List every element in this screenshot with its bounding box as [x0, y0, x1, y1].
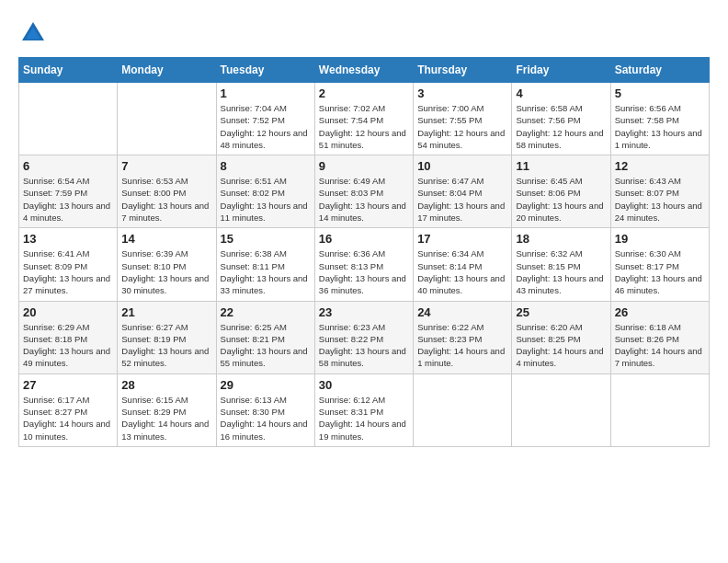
logo [18, 18, 51, 48]
day-info: Sunrise: 7:04 AM Sunset: 7:52 PM Dayligh… [221, 102, 311, 151]
day-number: 24 [417, 305, 507, 319]
day-cell: 29Sunrise: 6:13 AM Sunset: 8:30 PM Dayli… [216, 373, 314, 446]
day-number: 6 [23, 159, 113, 173]
day-cell: 7Sunrise: 6:53 AM Sunset: 8:00 PM Daylig… [118, 155, 216, 228]
day-number: 3 [417, 86, 507, 100]
day-number: 15 [221, 232, 311, 246]
week-row-5: 27Sunrise: 6:17 AM Sunset: 8:27 PM Dayli… [19, 373, 710, 446]
day-info: Sunrise: 6:25 AM Sunset: 8:21 PM Dayligh… [221, 321, 311, 370]
week-row-4: 20Sunrise: 6:29 AM Sunset: 8:18 PM Dayli… [19, 301, 710, 373]
day-number: 1 [221, 86, 311, 100]
day-cell [512, 373, 610, 446]
day-info: Sunrise: 6:53 AM Sunset: 8:00 PM Dayligh… [121, 175, 211, 224]
day-info: Sunrise: 6:56 AM Sunset: 7:58 PM Dayligh… [615, 102, 705, 151]
weekday-header-wednesday: Wednesday [314, 58, 413, 83]
day-info: Sunrise: 7:02 AM Sunset: 7:54 PM Dayligh… [319, 102, 409, 151]
day-number: 7 [121, 159, 211, 173]
day-number: 11 [516, 159, 606, 173]
day-cell: 11Sunrise: 6:45 AM Sunset: 8:06 PM Dayli… [512, 155, 610, 228]
day-number: 27 [23, 378, 113, 392]
day-cell: 10Sunrise: 6:47 AM Sunset: 8:04 PM Dayli… [414, 155, 512, 228]
day-cell: 13Sunrise: 6:41 AM Sunset: 8:09 PM Dayli… [19, 228, 118, 301]
day-cell: 19Sunrise: 6:30 AM Sunset: 8:17 PM Dayli… [610, 228, 709, 301]
day-number: 23 [319, 305, 409, 319]
day-info: Sunrise: 6:43 AM Sunset: 8:07 PM Dayligh… [615, 175, 705, 224]
day-cell: 2Sunrise: 7:02 AM Sunset: 7:54 PM Daylig… [314, 83, 413, 155]
day-info: Sunrise: 6:51 AM Sunset: 8:02 PM Dayligh… [221, 175, 311, 224]
day-cell: 8Sunrise: 6:51 AM Sunset: 8:02 PM Daylig… [216, 155, 314, 228]
week-row-2: 6Sunrise: 6:54 AM Sunset: 7:59 PM Daylig… [19, 155, 710, 228]
day-cell: 1Sunrise: 7:04 AM Sunset: 7:52 PM Daylig… [216, 83, 314, 155]
day-info: Sunrise: 6:32 AM Sunset: 8:15 PM Dayligh… [516, 247, 606, 296]
day-number: 20 [23, 305, 113, 319]
day-number: 5 [615, 86, 705, 100]
day-info: Sunrise: 6:58 AM Sunset: 7:56 PM Dayligh… [516, 102, 606, 151]
day-number: 30 [319, 378, 409, 392]
day-info: Sunrise: 6:39 AM Sunset: 8:10 PM Dayligh… [121, 247, 211, 296]
day-number: 10 [417, 159, 507, 173]
day-cell: 14Sunrise: 6:39 AM Sunset: 8:10 PM Dayli… [118, 228, 216, 301]
day-number: 26 [615, 305, 705, 319]
day-info: Sunrise: 6:17 AM Sunset: 8:27 PM Dayligh… [23, 394, 113, 442]
day-number: 8 [221, 159, 311, 173]
weekday-header-saturday: Saturday [610, 58, 709, 83]
weekday-header-monday: Monday [118, 58, 216, 83]
day-number: 22 [221, 305, 311, 319]
day-cell: 9Sunrise: 6:49 AM Sunset: 8:03 PM Daylig… [314, 155, 413, 228]
day-cell: 21Sunrise: 6:27 AM Sunset: 8:19 PM Dayli… [118, 301, 216, 373]
day-info: Sunrise: 6:36 AM Sunset: 8:13 PM Dayligh… [319, 247, 409, 296]
day-number: 2 [319, 86, 409, 100]
day-info: Sunrise: 6:38 AM Sunset: 8:11 PM Dayligh… [221, 247, 311, 296]
day-cell: 30Sunrise: 6:12 AM Sunset: 8:31 PM Dayli… [314, 373, 413, 446]
day-number: 12 [615, 159, 705, 173]
day-cell: 6Sunrise: 6:54 AM Sunset: 7:59 PM Daylig… [19, 155, 118, 228]
weekday-header-friday: Friday [512, 58, 610, 83]
weekday-header-row: SundayMondayTuesdayWednesdayThursdayFrid… [19, 58, 710, 83]
day-cell: 16Sunrise: 6:36 AM Sunset: 8:13 PM Dayli… [314, 228, 413, 301]
day-cell: 25Sunrise: 6:20 AM Sunset: 8:25 PM Dayli… [512, 301, 610, 373]
day-cell: 17Sunrise: 6:34 AM Sunset: 8:14 PM Dayli… [414, 228, 512, 301]
day-number: 25 [516, 305, 606, 319]
day-info: Sunrise: 6:47 AM Sunset: 8:04 PM Dayligh… [417, 175, 507, 224]
week-row-3: 13Sunrise: 6:41 AM Sunset: 8:09 PM Dayli… [19, 228, 710, 301]
week-row-1: 1Sunrise: 7:04 AM Sunset: 7:52 PM Daylig… [19, 83, 710, 155]
day-info: Sunrise: 6:45 AM Sunset: 8:06 PM Dayligh… [516, 175, 606, 224]
day-cell: 4Sunrise: 6:58 AM Sunset: 7:56 PM Daylig… [512, 83, 610, 155]
day-info: Sunrise: 7:00 AM Sunset: 7:55 PM Dayligh… [417, 102, 507, 151]
day-number: 29 [221, 378, 311, 392]
day-number: 9 [319, 159, 409, 173]
day-info: Sunrise: 6:18 AM Sunset: 8:26 PM Dayligh… [615, 321, 705, 370]
day-cell: 15Sunrise: 6:38 AM Sunset: 8:11 PM Dayli… [216, 228, 314, 301]
day-info: Sunrise: 6:22 AM Sunset: 8:23 PM Dayligh… [417, 321, 507, 370]
day-cell [19, 83, 118, 155]
day-info: Sunrise: 6:15 AM Sunset: 8:29 PM Dayligh… [121, 394, 211, 442]
weekday-header-tuesday: Tuesday [216, 58, 314, 83]
day-info: Sunrise: 6:41 AM Sunset: 8:09 PM Dayligh… [23, 247, 113, 296]
day-info: Sunrise: 6:29 AM Sunset: 8:18 PM Dayligh… [23, 321, 113, 370]
day-cell: 23Sunrise: 6:23 AM Sunset: 8:22 PM Dayli… [314, 301, 413, 373]
day-number: 21 [121, 305, 211, 319]
day-info: Sunrise: 6:20 AM Sunset: 8:25 PM Dayligh… [516, 321, 606, 370]
day-cell: 24Sunrise: 6:22 AM Sunset: 8:23 PM Dayli… [414, 301, 512, 373]
logo-icon [18, 18, 48, 48]
day-info: Sunrise: 6:34 AM Sunset: 8:14 PM Dayligh… [417, 247, 507, 296]
day-cell: 22Sunrise: 6:25 AM Sunset: 8:21 PM Dayli… [216, 301, 314, 373]
day-cell: 3Sunrise: 7:00 AM Sunset: 7:55 PM Daylig… [414, 83, 512, 155]
day-number: 13 [23, 232, 113, 246]
weekday-header-sunday: Sunday [19, 58, 118, 83]
header [18, 18, 710, 48]
day-cell: 26Sunrise: 6:18 AM Sunset: 8:26 PM Dayli… [610, 301, 709, 373]
day-cell: 18Sunrise: 6:32 AM Sunset: 8:15 PM Dayli… [512, 228, 610, 301]
day-info: Sunrise: 6:30 AM Sunset: 8:17 PM Dayligh… [615, 247, 705, 296]
weekday-header-thursday: Thursday [414, 58, 512, 83]
calendar: SundayMondayTuesdayWednesdayThursdayFrid… [18, 57, 710, 447]
day-info: Sunrise: 6:13 AM Sunset: 8:30 PM Dayligh… [221, 394, 311, 442]
day-cell: 20Sunrise: 6:29 AM Sunset: 8:18 PM Dayli… [19, 301, 118, 373]
day-number: 17 [417, 232, 507, 246]
day-cell: 5Sunrise: 6:56 AM Sunset: 7:58 PM Daylig… [610, 83, 709, 155]
day-number: 16 [319, 232, 409, 246]
day-number: 19 [615, 232, 705, 246]
day-info: Sunrise: 6:12 AM Sunset: 8:31 PM Dayligh… [319, 394, 409, 442]
day-cell [414, 373, 512, 446]
day-number: 28 [121, 378, 211, 392]
